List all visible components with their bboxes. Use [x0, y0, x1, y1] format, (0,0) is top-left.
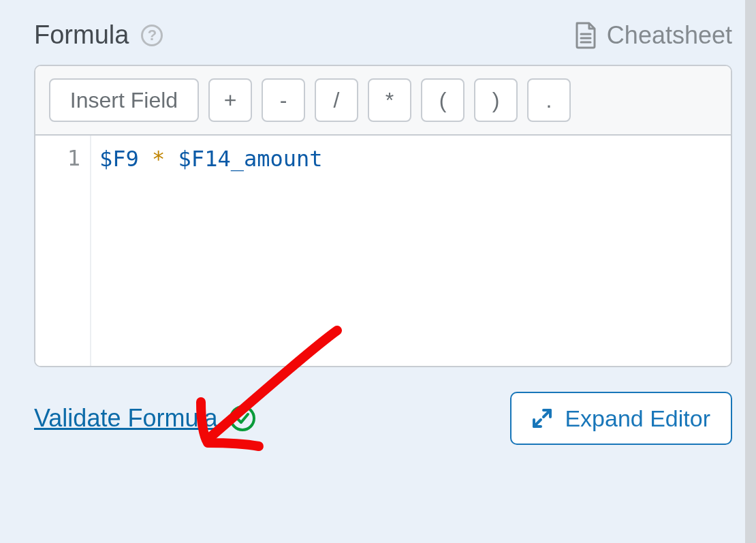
token-variable: $F14_amount — [178, 146, 323, 172]
editor-toolbar: Insert Field + - / * ( ) . — [35, 66, 731, 136]
formula-editor-panel: Formula ? Cheatsheet Insert Field + - / … — [0, 0, 756, 543]
cheatsheet-label: Cheatsheet — [607, 21, 732, 50]
help-icon[interactable]: ? — [141, 25, 163, 46]
code-content[interactable]: $F9 * $F14_amount — [91, 136, 731, 366]
cheatsheet-link[interactable]: Cheatsheet — [574, 21, 732, 50]
expand-editor-label: Expand Editor — [565, 405, 710, 432]
header: Formula ? Cheatsheet — [34, 20, 732, 50]
token-operator: * — [152, 146, 165, 172]
op-divide-button[interactable]: / — [315, 78, 358, 122]
expand-icon — [532, 408, 552, 429]
op-rparen-button[interactable]: ) — [474, 78, 518, 122]
line-gutter: 1 — [35, 136, 91, 366]
code-area[interactable]: 1 $F9 * $F14_amount — [35, 136, 731, 366]
header-left: Formula ? — [34, 20, 163, 50]
op-lparen-button[interactable]: ( — [421, 78, 464, 122]
op-multiply-button[interactable]: * — [368, 78, 411, 122]
token-variable: $F9 — [99, 146, 139, 172]
op-dot-button[interactable]: . — [527, 78, 571, 122]
document-icon — [574, 22, 597, 49]
section-title: Formula — [34, 20, 129, 50]
scrollbar[interactable] — [745, 0, 756, 543]
op-add-button[interactable]: + — [208, 78, 252, 122]
validate-formula-link[interactable]: Validate Formula — [34, 404, 217, 433]
footer-left: Validate Formula — [34, 404, 255, 433]
line-number: 1 — [35, 145, 80, 171]
checkmark-icon — [230, 405, 255, 431]
editor-box: Insert Field + - / * ( ) . 1 $F9 * $F14_… — [34, 65, 732, 367]
footer: Validate Formula Expand Editor — [34, 392, 732, 445]
insert-field-button[interactable]: Insert Field — [49, 78, 199, 122]
op-subtract-button[interactable]: - — [262, 78, 305, 122]
expand-editor-button[interactable]: Expand Editor — [510, 392, 732, 445]
